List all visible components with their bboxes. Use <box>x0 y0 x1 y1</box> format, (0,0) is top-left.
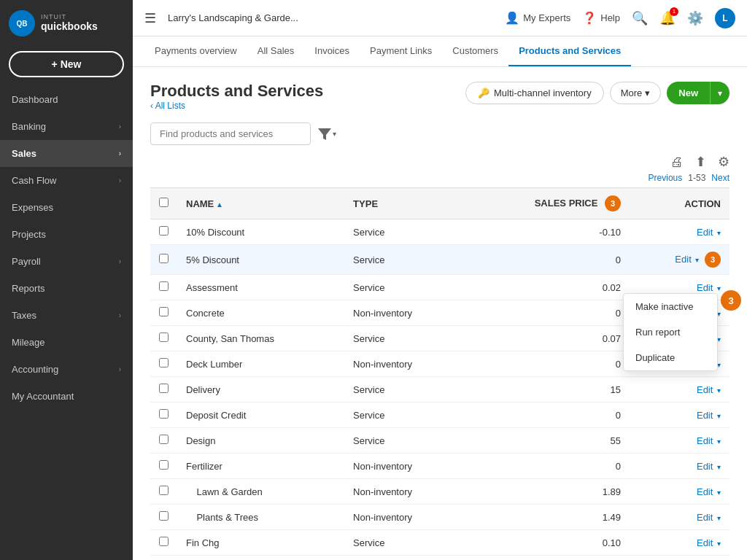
new-dropdown-button[interactable]: ▾ <box>710 82 729 104</box>
search-icon[interactable]: 🔍 <box>632 10 648 26</box>
user-avatar[interactable]: L <box>715 8 735 28</box>
edit-button[interactable]: Edit <box>697 282 713 293</box>
row-checkbox[interactable] <box>159 537 169 546</box>
settings-table-icon[interactable]: ⚙ <box>718 154 729 170</box>
edit-dropdown-button[interactable]: ▾ <box>717 489 721 497</box>
row-checkbox[interactable] <box>159 226 169 236</box>
global-new-button[interactable]: + New <box>9 51 124 77</box>
sidebar-item-sales[interactable]: Sales › <box>0 140 133 167</box>
name-column-header[interactable]: NAME <box>177 188 344 219</box>
row-checkbox-cell[interactable] <box>150 377 177 402</box>
row-checkbox-cell[interactable] <box>150 428 177 454</box>
row-checkbox[interactable] <box>159 409 169 419</box>
edit-dropdown-button[interactable]: ▾ <box>717 438 721 446</box>
edit-button[interactable]: Edit <box>675 254 691 265</box>
edit-dropdown-button[interactable]: ▾ <box>717 463 721 471</box>
row-checkbox-cell[interactable] <box>150 479 177 505</box>
filter-button[interactable]: ▾ <box>318 128 336 140</box>
row-checkbox[interactable] <box>159 384 169 393</box>
sidebar: QB intuit quickbooks + New Dashboard Ban… <box>0 0 133 560</box>
row-checkbox[interactable] <box>159 358 169 368</box>
table-header-row: NAME TYPE SALES PRICE 3 ACTION <box>150 188 729 219</box>
tab-payments-overview[interactable]: Payments overview <box>144 36 247 66</box>
print-icon[interactable]: 🖨 <box>670 155 684 170</box>
export-icon[interactable]: ⬆ <box>695 154 706 170</box>
edit-dropdown-button[interactable]: ▾ <box>717 540 721 548</box>
sidebar-item-cash-flow[interactable]: Cash Flow › <box>0 167 133 194</box>
row-checkbox[interactable] <box>159 281 169 291</box>
row-checkbox[interactable] <box>159 332 169 342</box>
edit-dropdown-button[interactable]: ▾ <box>717 386 721 394</box>
select-all-checkbox[interactable] <box>159 198 169 207</box>
edit-dropdown-button[interactable]: ▾ <box>695 256 699 264</box>
sidebar-item-expenses[interactable]: Expenses <box>0 194 133 221</box>
row-checkbox[interactable] <box>159 254 169 263</box>
type-column-header[interactable]: TYPE <box>344 188 465 219</box>
sidebar-item-accounting[interactable]: Accounting › <box>0 356 133 383</box>
edit-dropdown-button[interactable]: ▾ <box>717 514 721 522</box>
multi-channel-button[interactable]: 🔑 Multi-channel inventory <box>465 82 604 104</box>
edit-button[interactable]: Edit <box>697 410 713 421</box>
select-all-header[interactable] <box>150 188 177 219</box>
row-checkbox[interactable] <box>159 486 169 495</box>
sidebar-item-payroll[interactable]: Payroll › <box>0 248 133 275</box>
hamburger-menu-icon[interactable]: ☰ <box>144 10 156 26</box>
row-checkbox[interactable] <box>159 307 169 316</box>
dropdown-item-make-inactive[interactable]: Make inactive <box>624 294 717 319</box>
sidebar-item-mileage[interactable]: Mileage <box>0 329 133 356</box>
tab-products-services[interactable]: Products and Services <box>508 36 631 66</box>
row-checkbox-cell[interactable] <box>150 326 177 351</box>
sidebar-item-my-accountant[interactable]: My Accountant <box>0 383 133 410</box>
help-button[interactable]: ❓ Help <box>582 11 620 25</box>
row-checkbox[interactable] <box>159 435 169 444</box>
table-row: Plants & Trees Non-inventory 1.49 Edit ▾ <box>150 505 729 530</box>
search-input[interactable] <box>150 122 311 145</box>
edit-dropdown-button[interactable]: ▾ <box>717 412 721 420</box>
prev-page[interactable]: Previous <box>649 173 683 183</box>
edit-button[interactable]: Edit <box>697 435 713 446</box>
row-sales-price: 0 <box>465 454 630 479</box>
edit-button[interactable]: Edit <box>697 461 713 472</box>
sidebar-item-banking[interactable]: Banking › <box>0 113 133 140</box>
more-button[interactable]: More ▾ <box>610 82 662 104</box>
edit-button[interactable]: Edit <box>697 227 713 238</box>
row-checkbox-cell[interactable] <box>150 351 177 377</box>
row-checkbox-cell[interactable] <box>150 275 177 300</box>
edit-dropdown-button[interactable]: ▾ <box>717 229 721 237</box>
row-checkbox-cell[interactable] <box>150 454 177 479</box>
row-checkbox-cell[interactable] <box>150 245 177 275</box>
sidebar-item-dashboard[interactable]: Dashboard <box>0 86 133 113</box>
settings-icon[interactable]: ⚙️ <box>687 10 703 26</box>
next-page[interactable]: Next <box>711 173 729 183</box>
row-checkbox[interactable] <box>159 511 169 521</box>
dropdown-item-duplicate[interactable]: Duplicate <box>624 345 717 370</box>
sidebar-item-reports[interactable]: Reports <box>0 275 133 302</box>
row-checkbox[interactable] <box>159 460 169 470</box>
edit-button[interactable]: Edit <box>697 486 713 497</box>
main-content: ☰ Larry's Landscaping & Garde... 👤 My Ex… <box>133 0 747 560</box>
row-checkbox-cell[interactable] <box>150 300 177 326</box>
sales-price-column-header[interactable]: SALES PRICE 3 <box>465 188 630 219</box>
tab-invoices[interactable]: Invoices <box>304 36 360 66</box>
row-name: Lawn & Garden <box>177 479 344 505</box>
notifications-icon[interactable]: 🔔 1 <box>659 10 676 26</box>
row-type: Service <box>344 377 465 402</box>
new-button[interactable]: New <box>667 82 710 104</box>
row-checkbox-cell[interactable] <box>150 505 177 530</box>
dropdown-item-run-report[interactable]: Run report <box>624 319 717 345</box>
row-checkbox-cell[interactable] <box>150 402 177 428</box>
sidebar-item-taxes[interactable]: Taxes › <box>0 302 133 329</box>
row-checkbox-cell[interactable] <box>150 219 177 245</box>
row-type: Non-inventory <box>344 454 465 479</box>
edit-button[interactable]: Edit <box>697 537 713 548</box>
my-experts-button[interactable]: 👤 My Experts <box>505 11 570 25</box>
tab-payment-links[interactable]: Payment Links <box>360 36 442 66</box>
tab-customers[interactable]: Customers <box>442 36 508 66</box>
row-checkbox-cell[interactable] <box>150 530 177 556</box>
edit-button[interactable]: Edit <box>697 512 713 523</box>
edit-dropdown-button[interactable]: ▾ <box>717 284 721 292</box>
tab-all-sales[interactable]: All Sales <box>247 36 305 66</box>
sidebar-item-projects[interactable]: Projects <box>0 221 133 248</box>
edit-button[interactable]: Edit <box>697 384 713 395</box>
back-link[interactable]: All Lists <box>150 101 323 111</box>
